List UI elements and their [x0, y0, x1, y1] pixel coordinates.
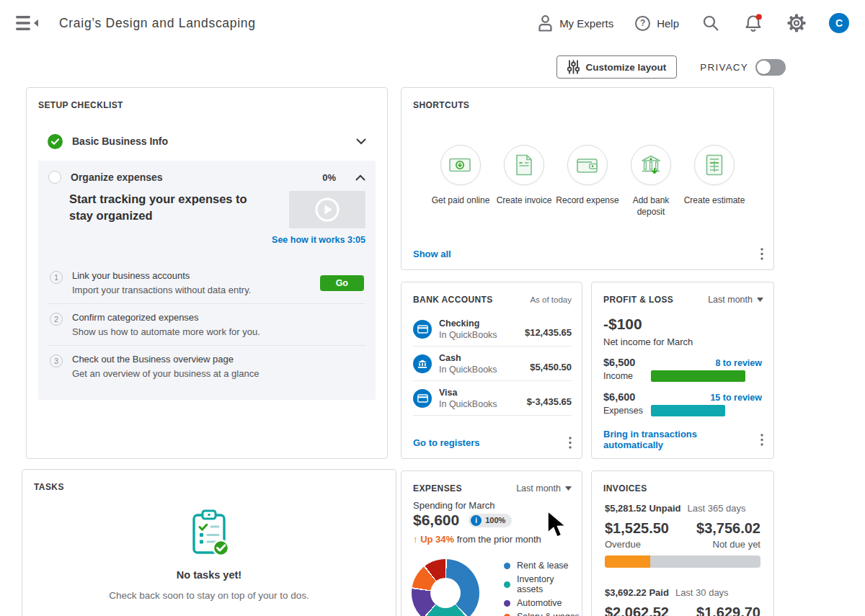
expenses-period-dropdown[interactable]: Last month: [516, 483, 572, 494]
help-label: Help: [657, 17, 679, 30]
credit-card-icon: [413, 320, 432, 339]
search-icon: [702, 14, 719, 32]
expenses-title: EXPENSES: [413, 483, 462, 494]
search-button[interactable]: [701, 13, 721, 33]
profit-loss-title: PROFIT & LOSS: [603, 295, 673, 305]
income-review-link[interactable]: 8 to review: [715, 358, 762, 368]
wallet-icon: [567, 145, 608, 185]
net-income-amount: -$100: [603, 316, 762, 333]
avatar[interactable]: C: [829, 13, 849, 33]
my-experts-button[interactable]: My Experts: [538, 14, 613, 32]
bank-as-of-label: As of today: [530, 295, 572, 304]
checklist-step-link-accounts[interactable]: 1 Link your business accounts Import you…: [48, 262, 365, 303]
legend-item: Salary & wages: [504, 612, 582, 616]
sidebar-collapse-button[interactable]: [13, 12, 43, 35]
my-experts-label: My Experts: [559, 17, 613, 30]
legend-item: Inventory assets: [504, 574, 582, 594]
invoices-title: INVOICES: [603, 483, 647, 494]
checklist-step-business-overview[interactable]: 3 Check out the Business overview page G…: [48, 345, 365, 387]
step-number-icon: 3: [50, 354, 63, 367]
customize-layout-label: Customize layout: [586, 62, 667, 73]
kebab-menu-icon: [760, 248, 763, 260]
video-thumbnail[interactable]: [289, 191, 365, 228]
checklist-steps: 1 Link your business accounts Import you…: [48, 262, 365, 387]
not-due-amount: $3,756.02: [696, 520, 760, 537]
legend-label: Automotive: [517, 598, 562, 608]
legend-label: Rent & lease: [517, 561, 569, 571]
bank-row-visa[interactable]: Visa In QuickBooks $-3,435.65: [413, 381, 572, 416]
see-how-it-works-link[interactable]: See how it works 3:05: [272, 235, 365, 245]
income-bar[interactable]: [651, 370, 762, 382]
kebab-menu-icon: [569, 437, 572, 449]
legend-item: Rent & lease: [504, 561, 582, 571]
account-sub: In QuickBooks: [439, 330, 497, 340]
organize-expenses-panel: Organize expenses 0% Start tracking your…: [38, 161, 376, 400]
estimate-icon: [694, 145, 735, 185]
paid-range: Last 30 days: [675, 587, 729, 598]
legend-dot: [504, 581, 510, 588]
expenses-review-link[interactable]: 15 to review: [710, 393, 762, 403]
shortcut-label: Add bank deposit: [619, 195, 683, 218]
net-income-label: Net income for March: [603, 336, 762, 347]
shortcut-create-estimate[interactable]: Create estimate: [683, 145, 746, 218]
account-balance: $5,450.50: [530, 362, 572, 375]
expenses-legend: Rent & lease Inventory assets Automotive…: [504, 561, 582, 616]
setup-checklist-card: SETUP CHECKLIST Basic Business Info Orga…: [26, 87, 388, 459]
show-all-link[interactable]: Show all: [413, 249, 451, 259]
shortcuts-menu-button[interactable]: [759, 246, 765, 262]
help-button[interactable]: ? Help: [635, 16, 679, 31]
profit-loss-menu-button[interactable]: [759, 432, 765, 447]
shortcut-create-invoice[interactable]: Create invoice: [492, 145, 556, 218]
legend-dot: [504, 600, 510, 607]
credit-card-icon: [413, 389, 432, 408]
invoices-progress-fill: [605, 555, 650, 568]
invoices-progress-bar[interactable]: [605, 555, 760, 568]
checklist-step-confirm-expenses[interactable]: 2 Confirm categorized expenses Show us h…: [48, 303, 365, 345]
go-to-registers-link[interactable]: Go to registers: [413, 437, 479, 448]
settings-button[interactable]: [786, 12, 807, 34]
income-bar-fill: [651, 370, 745, 382]
checklist-item-organize-expenses[interactable]: Organize expenses 0%: [48, 169, 365, 185]
tasks-card: TASKS No tasks yet! Check back soon to s…: [22, 469, 396, 616]
customize-layout-button[interactable]: Customize layout: [556, 55, 678, 79]
chevron-down-icon: [356, 138, 366, 145]
legend-dot: [504, 614, 510, 616]
promo-heading: Start tracking your expenses to stay org…: [69, 191, 251, 245]
privacy-toggle[interactable]: [755, 59, 786, 76]
company-name: Craig’s Design and Landscaping: [59, 16, 256, 31]
legend-label: Salary & wages: [517, 612, 580, 616]
account-name: Cash: [439, 353, 497, 363]
legend-item: Automotive: [504, 598, 582, 608]
bank-row-checking[interactable]: Checking In QuickBooks $12,435.65: [413, 312, 572, 347]
go-button[interactable]: Go: [320, 275, 364, 291]
paid-summary: $3,692.22 PaidLast 30 days: [605, 587, 760, 598]
account-balance: $12,435.65: [525, 327, 572, 340]
topbar-actions: My Experts ? Help: [538, 12, 849, 35]
kebab-menu-icon: [760, 434, 763, 446]
shortcut-add-bank-deposit[interactable]: Add bank deposit: [619, 145, 683, 218]
completed-check-icon: [48, 134, 63, 149]
profit-loss-card: PROFIT & LOSS Last month -$100 Net incom…: [591, 282, 774, 459]
unpaid-amount-label: $5,281.52 Unpaid: [605, 503, 681, 514]
shortcut-record-expense[interactable]: Record expense: [556, 145, 619, 218]
help-icon: ?: [635, 16, 650, 31]
incomplete-circle-icon: [48, 171, 61, 184]
profit-loss-period-dropdown[interactable]: Last month: [708, 295, 763, 305]
checklist-item-basic-business-info[interactable]: Basic Business Info: [38, 129, 376, 153]
notifications-button[interactable]: [742, 12, 764, 35]
legend-dot: [504, 563, 510, 569]
step-number-icon: 2: [50, 313, 63, 326]
shortcuts-card: SHORTCUTS Get paid online: [401, 87, 774, 270]
step-description: Import your transactions without data en…: [72, 285, 251, 295]
expenses-bar[interactable]: [651, 405, 762, 416]
overdue-label: Overdue: [605, 539, 641, 550]
bank-accounts-menu-button[interactable]: [567, 435, 573, 450]
deposited-amount: $1,629.70: [696, 604, 760, 616]
caret-down-icon: [565, 486, 572, 491]
account-balance: $-3,435.65: [527, 396, 572, 409]
bank-row-cash[interactable]: Cash In QuickBooks $5,450.50: [413, 347, 572, 381]
shortcuts-title: SHORTCUTS: [402, 88, 773, 110]
shortcut-get-paid-online[interactable]: Get paid online: [429, 145, 492, 218]
tasks-headline: No tasks yet!: [177, 569, 241, 581]
bring-in-transactions-link[interactable]: Bring in transactions automatically: [603, 429, 759, 450]
